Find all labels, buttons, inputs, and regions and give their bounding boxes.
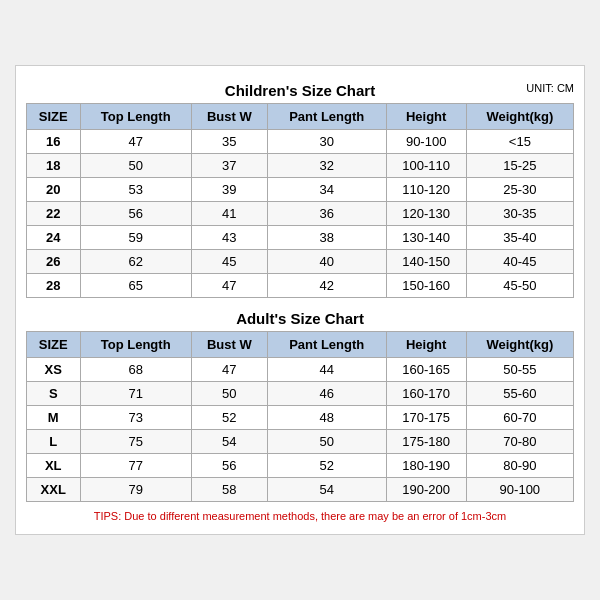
table-cell: 36 bbox=[267, 202, 386, 226]
table-cell: 50 bbox=[80, 154, 191, 178]
table-row: L755450175-18070-80 bbox=[27, 430, 574, 454]
children-header-row: SIZE Top Length Bust W Pant Length Heigh… bbox=[27, 104, 574, 130]
table-cell: 100-110 bbox=[386, 154, 466, 178]
table-cell: 120-130 bbox=[386, 202, 466, 226]
table-cell: 52 bbox=[267, 454, 386, 478]
table-cell: 56 bbox=[191, 454, 267, 478]
adult-title-text: Adult's Size Chart bbox=[236, 310, 364, 327]
table-cell: 45-50 bbox=[466, 274, 573, 298]
table-cell: 77 bbox=[80, 454, 191, 478]
table-cell: 160-165 bbox=[386, 358, 466, 382]
table-cell: 44 bbox=[267, 358, 386, 382]
table-cell: 170-175 bbox=[386, 406, 466, 430]
table-cell: XL bbox=[27, 454, 81, 478]
table-cell: 62 bbox=[80, 250, 191, 274]
table-cell: 18 bbox=[27, 154, 81, 178]
table-cell: 55-60 bbox=[466, 382, 573, 406]
adult-table-body: XS684744160-16550-55S715046160-17055-60M… bbox=[27, 358, 574, 502]
table-cell: 47 bbox=[191, 358, 267, 382]
table-cell: 140-150 bbox=[386, 250, 466, 274]
table-cell: 160-170 bbox=[386, 382, 466, 406]
table-cell: 41 bbox=[191, 202, 267, 226]
table-cell: 42 bbox=[267, 274, 386, 298]
col-header-pant-length: Pant Length bbox=[267, 104, 386, 130]
table-cell: 37 bbox=[191, 154, 267, 178]
table-cell: 47 bbox=[191, 274, 267, 298]
table-cell: 35-40 bbox=[466, 226, 573, 250]
table-cell: 70-80 bbox=[466, 430, 573, 454]
tips-text: TIPS: Due to different measurement metho… bbox=[26, 506, 574, 524]
table-cell: XS bbox=[27, 358, 81, 382]
children-size-table: SIZE Top Length Bust W Pant Length Heigh… bbox=[26, 103, 574, 298]
table-cell: 50 bbox=[191, 382, 267, 406]
table-cell: 79 bbox=[80, 478, 191, 502]
table-cell: 39 bbox=[191, 178, 267, 202]
col-header-size: SIZE bbox=[27, 104, 81, 130]
children-title-text: Children's Size Chart bbox=[225, 82, 375, 99]
table-cell: M bbox=[27, 406, 81, 430]
table-cell: 38 bbox=[267, 226, 386, 250]
col-header-weight: Weight(kg) bbox=[466, 104, 573, 130]
table-row: 24594338130-14035-40 bbox=[27, 226, 574, 250]
table-cell: 30 bbox=[267, 130, 386, 154]
table-cell: 75 bbox=[80, 430, 191, 454]
table-cell: 20 bbox=[27, 178, 81, 202]
table-cell: 190-200 bbox=[386, 478, 466, 502]
table-row: 26624540140-15040-45 bbox=[27, 250, 574, 274]
chart-container: Children's Size Chart UNIT: CM SIZE Top … bbox=[15, 65, 585, 535]
table-cell: 35 bbox=[191, 130, 267, 154]
table-cell: 71 bbox=[80, 382, 191, 406]
table-row: S715046160-17055-60 bbox=[27, 382, 574, 406]
table-cell: 150-160 bbox=[386, 274, 466, 298]
table-cell: 58 bbox=[191, 478, 267, 502]
adult-col-header-pant-length: Pant Length bbox=[267, 332, 386, 358]
table-cell: 54 bbox=[191, 430, 267, 454]
table-cell: 40-45 bbox=[466, 250, 573, 274]
adult-header-row: SIZE Top Length Bust W Pant Length Heigh… bbox=[27, 332, 574, 358]
table-cell: 22 bbox=[27, 202, 81, 226]
table-cell: 50-55 bbox=[466, 358, 573, 382]
table-cell: 28 bbox=[27, 274, 81, 298]
table-cell: 30-35 bbox=[466, 202, 573, 226]
adult-size-table: SIZE Top Length Bust W Pant Length Heigh… bbox=[26, 331, 574, 502]
adult-col-header-top-length: Top Length bbox=[80, 332, 191, 358]
table-cell: 50 bbox=[267, 430, 386, 454]
adult-col-header-height: Height bbox=[386, 332, 466, 358]
table-cell: 110-120 bbox=[386, 178, 466, 202]
table-row: XL775652180-19080-90 bbox=[27, 454, 574, 478]
table-cell: S bbox=[27, 382, 81, 406]
table-cell: 52 bbox=[191, 406, 267, 430]
children-table-body: 1647353090-100<1518503732100-11015-25205… bbox=[27, 130, 574, 298]
col-header-top-length: Top Length bbox=[80, 104, 191, 130]
table-cell: 43 bbox=[191, 226, 267, 250]
table-cell: <15 bbox=[466, 130, 573, 154]
table-cell: 16 bbox=[27, 130, 81, 154]
table-cell: 80-90 bbox=[466, 454, 573, 478]
adult-col-header-bust-w: Bust W bbox=[191, 332, 267, 358]
table-cell: 24 bbox=[27, 226, 81, 250]
table-cell: 45 bbox=[191, 250, 267, 274]
table-cell: 48 bbox=[267, 406, 386, 430]
table-cell: 175-180 bbox=[386, 430, 466, 454]
table-cell: 34 bbox=[267, 178, 386, 202]
table-cell: 32 bbox=[267, 154, 386, 178]
table-cell: 59 bbox=[80, 226, 191, 250]
table-row: 22564136120-13030-35 bbox=[27, 202, 574, 226]
table-row: 20533934110-12025-30 bbox=[27, 178, 574, 202]
adult-col-header-size: SIZE bbox=[27, 332, 81, 358]
table-row: 28654742150-16045-50 bbox=[27, 274, 574, 298]
table-row: XS684744160-16550-55 bbox=[27, 358, 574, 382]
table-cell: 56 bbox=[80, 202, 191, 226]
table-cell: 65 bbox=[80, 274, 191, 298]
table-cell: 90-100 bbox=[466, 478, 573, 502]
table-cell: 68 bbox=[80, 358, 191, 382]
table-cell: 26 bbox=[27, 250, 81, 274]
col-header-bust-w: Bust W bbox=[191, 104, 267, 130]
table-cell: 40 bbox=[267, 250, 386, 274]
table-row: M735248170-17560-70 bbox=[27, 406, 574, 430]
children-section-title: Children's Size Chart UNIT: CM bbox=[26, 76, 574, 103]
unit-label: UNIT: CM bbox=[526, 82, 574, 94]
col-header-height: Height bbox=[386, 104, 466, 130]
table-cell: 180-190 bbox=[386, 454, 466, 478]
table-cell: 54 bbox=[267, 478, 386, 502]
